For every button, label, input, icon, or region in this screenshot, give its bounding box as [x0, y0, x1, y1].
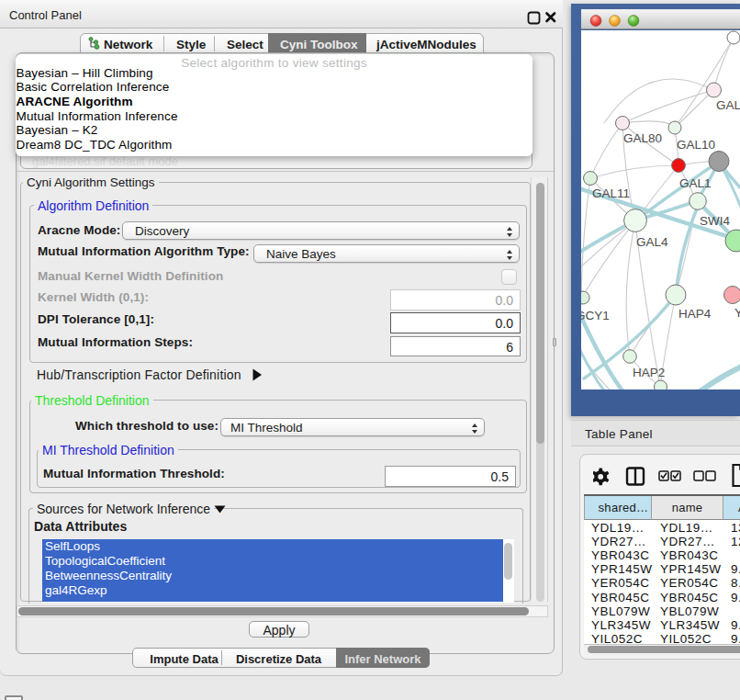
svg-text:SWI4: SWI4	[700, 214, 730, 228]
svg-text:GAL2: GAL2	[716, 98, 740, 112]
svg-text:HAP2: HAP2	[633, 366, 665, 379]
svg-text:GAL10: GAL10	[677, 138, 715, 152]
svg-text:GAL11: GAL11	[592, 186, 630, 200]
svg-text:HAP4: HAP4	[678, 307, 712, 321]
svg-text:GCY1: GCY1	[581, 309, 610, 322]
svg-text:GAL4: GAL4	[636, 235, 668, 249]
svg-text:GAL80: GAL80	[623, 131, 662, 145]
svg-text:Y: Y	[734, 306, 740, 320]
svg-text:GAL1: GAL1	[679, 176, 712, 190]
